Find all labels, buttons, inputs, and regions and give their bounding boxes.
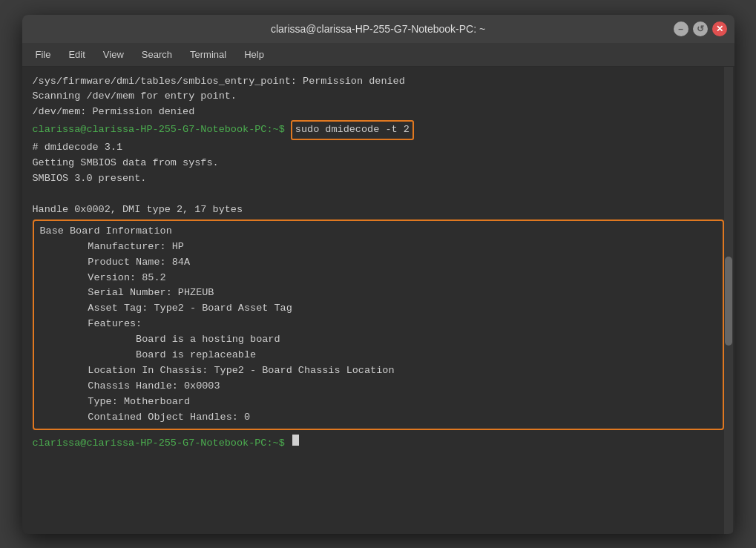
close-button[interactable]: ✕	[712, 22, 727, 36]
menu-terminal[interactable]: Terminal	[183, 46, 234, 63]
menu-edit[interactable]: Edit	[61, 46, 92, 63]
block-line-4: Version: 85.2	[40, 271, 717, 286]
window-title: clarissa@clarissa-HP-255-G7-Notebook-PC:…	[271, 23, 485, 35]
maximize-button[interactable]: ↺	[693, 22, 708, 36]
minimize-button[interactable]: –	[674, 22, 688, 36]
menu-help[interactable]: Help	[237, 46, 272, 63]
terminal-body[interactable]: /sys/firmware/dmi/tables/smbios_entry_po…	[22, 67, 734, 534]
terminal-line-final-prompt: clarissa@clarissa-HP-255-G7-Notebook-PC:…	[33, 435, 724, 452]
block-line-11: Chassis Handle: 0x0003	[40, 379, 717, 395]
terminal-line-3: /dev/mem: Permission denied	[33, 105, 724, 120]
block-line-12: Type: Motherboard	[40, 395, 717, 410]
block-line-10: Location In Chassis: Type2 - Board Chass…	[40, 363, 717, 379]
terminal-final-prompt-label: clarissa@clarissa-HP-255-G7-Notebook-PC:…	[33, 436, 291, 452]
scrollbar-track[interactable]	[724, 67, 733, 534]
terminal-line-1: /sys/firmware/dmi/tables/smbios_entry_po…	[33, 74, 724, 90]
block-line-2: Manufacturer: HP	[40, 240, 717, 255]
block-line-3: Product Name: 84A	[40, 255, 717, 271]
terminal-line-5: Getting SMBIOS data from sysfs.	[33, 156, 724, 171]
menubar: File Edit View Search Terminal Help	[22, 43, 734, 67]
terminal-window: clarissa@clarissa-HP-255-G7-Notebook-PC:…	[22, 15, 734, 534]
terminal-line-4: # dmidecode 3.1	[33, 140, 724, 156]
block-line-8: Board is a hosting board	[40, 332, 717, 348]
scrollbar-thumb[interactable]	[725, 257, 732, 346]
block-line-1: Base Board Information	[40, 224, 717, 240]
block-line-5: Serial Number: PHZEUB	[40, 285, 717, 301]
block-line-9: Board is replaceable	[40, 348, 717, 363]
block-line-6: Asset Tag: Type2 - Board Asset Tag	[40, 301, 717, 317]
highlighted-block: Base Board Information Manufacturer: HP …	[33, 219, 724, 430]
terminal-line-8: Handle 0x0002, DMI type 2, 17 bytes	[33, 202, 724, 218]
terminal-prompt-label: clarissa@clarissa-HP-255-G7-Notebook-PC:…	[33, 122, 291, 138]
terminal-line-7	[33, 187, 724, 202]
terminal-line-2: Scanning /dev/mem for entry point.	[33, 89, 724, 105]
terminal-content: /sys/firmware/dmi/tables/smbios_entry_po…	[33, 74, 724, 526]
menu-view[interactable]: View	[96, 46, 131, 63]
terminal-line-prompt-cmd: clarissa@clarissa-HP-255-G7-Notebook-PC:…	[33, 120, 724, 140]
titlebar: clarissa@clarissa-HP-255-G7-Notebook-PC:…	[22, 15, 734, 43]
menu-file[interactable]: File	[28, 46, 59, 63]
terminal-cursor	[292, 435, 299, 446]
block-line-13: Contained Object Handles: 0	[40, 410, 717, 426]
block-line-7: Features:	[40, 317, 717, 332]
menu-search[interactable]: Search	[134, 46, 180, 63]
window-controls: – ↺ ✕	[674, 22, 727, 36]
highlighted-command: sudo dmidecode -t 2	[291, 120, 414, 140]
terminal-line-6: SMBIOS 3.0 present.	[33, 171, 724, 187]
